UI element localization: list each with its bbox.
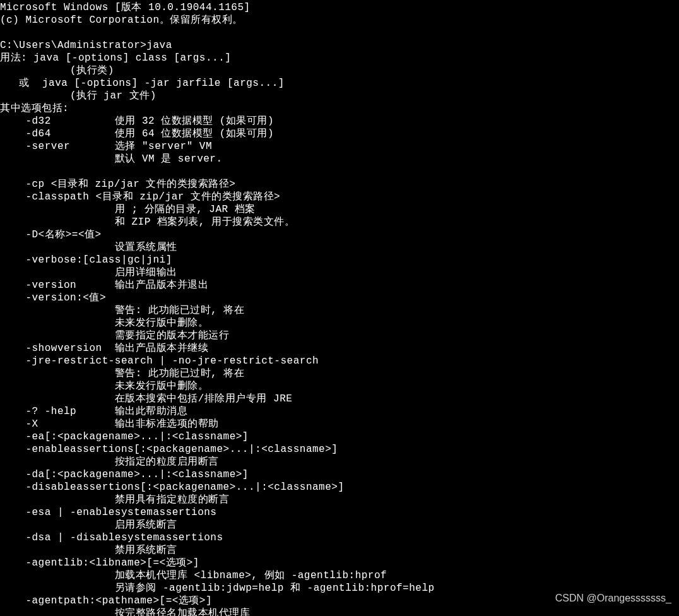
terminal-line: (执行 jar 文件) bbox=[0, 90, 679, 102]
terminal-line: 和 ZIP 档案列表, 用于搜索类文件。 bbox=[0, 216, 679, 228]
terminal-line: 需要指定的版本才能运行 bbox=[0, 329, 679, 342]
terminal-line: -jre-restrict-search | -no-jre-restrict-… bbox=[0, 355, 679, 367]
terminal-line: -enableassertions[:<packagename>...|:<cl… bbox=[0, 443, 679, 456]
terminal-line: 未来发行版中删除。 bbox=[0, 380, 679, 393]
terminal-line: 或 java [-options] -jar jarfile [args...] bbox=[0, 77, 679, 90]
terminal-line: 在版本搜索中包括/排除用户专用 JRE bbox=[0, 393, 679, 405]
terminal-line: 按完整路径名加载本机代理库 bbox=[0, 607, 679, 616]
terminal-line: -X 输出非标准选项的帮助 bbox=[0, 418, 679, 430]
terminal-output[interactable]: Microsoft Windows [版本 10.0.19044.1165](c… bbox=[0, 1, 679, 616]
terminal-line: (c) Microsoft Corporation。保留所有权利。 bbox=[0, 14, 679, 27]
terminal-line: 警告: 此功能已过时, 将在 bbox=[0, 367, 679, 380]
terminal-line: 默认 VM 是 server. bbox=[0, 153, 679, 165]
terminal-line: -? -help 输出此帮助消息 bbox=[0, 405, 679, 418]
terminal-line bbox=[0, 165, 679, 178]
terminal-line: -agentlib:<libname>[=<选项>] bbox=[0, 557, 679, 569]
terminal-line: -classpath <目录和 zip/jar 文件的类搜索路径> bbox=[0, 191, 679, 203]
terminal-line: 设置系统属性 bbox=[0, 241, 679, 254]
terminal-line: -showversion 输出产品版本并继续 bbox=[0, 342, 679, 355]
terminal-line: 启用详细输出 bbox=[0, 266, 679, 279]
terminal-line: -d64 使用 64 位数据模型 (如果可用) bbox=[0, 127, 679, 140]
terminal-line: -dsa | -disablesystemassertions bbox=[0, 531, 679, 544]
terminal-line: Microsoft Windows [版本 10.0.19044.1165] bbox=[0, 1, 679, 14]
terminal-line: 未来发行版中删除。 bbox=[0, 317, 679, 329]
terminal-line: 加载本机代理库 <libname>, 例如 -agentlib:hprof bbox=[0, 569, 679, 582]
terminal-line: -version:<值> bbox=[0, 292, 679, 304]
terminal-line: 禁用系统断言 bbox=[0, 544, 679, 557]
terminal-line: 其中选项包括: bbox=[0, 102, 679, 115]
terminal-line: -ea[:<packagename>...|:<classname>] bbox=[0, 430, 679, 443]
terminal-line: 用法: java [-options] class [args...] bbox=[0, 52, 679, 64]
terminal-line: -da[:<packagename>...|:<classname>] bbox=[0, 468, 679, 481]
terminal-line: -d32 使用 32 位数据模型 (如果可用) bbox=[0, 115, 679, 127]
terminal-line: 警告: 此功能已过时, 将在 bbox=[0, 304, 679, 317]
terminal-line: (执行类) bbox=[0, 64, 679, 77]
terminal-line: -disableassertions[:<packagename>...|:<c… bbox=[0, 481, 679, 494]
watermark-text: CSDN @Orangesssssss_ bbox=[555, 592, 671, 605]
terminal-line: 按指定的粒度启用断言 bbox=[0, 456, 679, 468]
terminal-line: 用 ; 分隔的目录, JAR 档案 bbox=[0, 203, 679, 216]
terminal-line: C:\Users\Administrator>java bbox=[0, 39, 679, 52]
terminal-line: -D<名称>=<值> bbox=[0, 228, 679, 241]
terminal-line: -server 选择 "server" VM bbox=[0, 140, 679, 153]
terminal-line: -esa | -enablesystemassertions bbox=[0, 506, 679, 519]
terminal-line bbox=[0, 27, 679, 39]
terminal-line: -verbose:[class|gc|jni] bbox=[0, 254, 679, 266]
terminal-line: 启用系统断言 bbox=[0, 519, 679, 531]
terminal-line: -cp <目录和 zip/jar 文件的类搜索路径> bbox=[0, 178, 679, 191]
terminal-line: 禁用具有指定粒度的断言 bbox=[0, 494, 679, 506]
terminal-line: -version 输出产品版本并退出 bbox=[0, 279, 679, 292]
